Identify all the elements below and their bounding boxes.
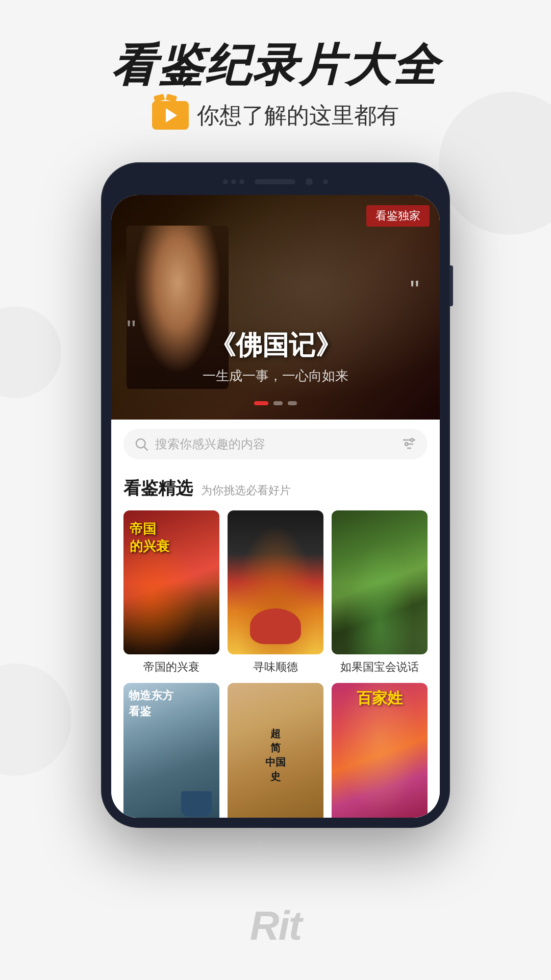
movie-poster-2 <box>228 510 323 654</box>
svg-point-6 <box>405 443 408 445</box>
movie-poster-1: 帝国的兴衰 <box>123 510 219 654</box>
carousel-dot-1[interactable] <box>254 401 268 405</box>
play-triangle-icon <box>166 108 177 122</box>
section-header: 看鉴精选 为你挑选必看好片 <box>123 469 428 510</box>
search-icon <box>134 436 149 452</box>
movie-grid: 帝国的兴衰 帝国的兴衰 寻味顺德 <box>123 510 428 818</box>
exclusive-badge: 看鉴独家 <box>366 205 430 227</box>
phone-sensors <box>223 179 244 184</box>
carousel-dot-3[interactable] <box>288 401 297 405</box>
movie-poster-5: 超简中国史 <box>228 683 323 818</box>
phone-top-bar <box>111 173 440 191</box>
main-title: 看鉴纪录片大全 <box>0 41 551 90</box>
phone-frame: 看鉴独家 " " 《佛国记》 一生成一事，一心向如来 搜 <box>102 163 449 827</box>
movie-item-1[interactable]: 帝国的兴衰 帝国的兴衰 <box>123 510 219 675</box>
movie-poster-3 <box>332 510 428 654</box>
poster-5-title: 超简中国史 <box>265 726 286 783</box>
phone-camera <box>306 178 313 185</box>
svg-point-0 <box>136 439 145 448</box>
monk-face <box>127 226 229 389</box>
sensor-dot-2 <box>231 179 236 184</box>
svg-point-5 <box>411 438 413 441</box>
poster-2-crab <box>250 608 301 644</box>
movie-label-3: 如果国宝会说话 <box>332 659 428 675</box>
poster-4-title: 物造东方看鉴 <box>129 688 214 720</box>
watermark-text: Rit <box>0 902 551 949</box>
bg-decoration-circle-2 <box>0 306 61 398</box>
phone-mockup: 看鉴独家 " " 《佛国记》 一生成一事，一心向如来 搜 <box>102 163 449 827</box>
search-bar[interactable]: 搜索你感兴趣的内容 <box>123 429 428 459</box>
search-section: 搜索你感兴趣的内容 <box>111 420 440 469</box>
filter-icon[interactable] <box>401 436 417 452</box>
video-icon <box>152 101 189 130</box>
phone-screen: 看鉴独家 " " 《佛国记》 一生成一事，一心向如来 搜 <box>111 195 440 818</box>
section-title: 看鉴精选 <box>123 477 193 500</box>
sensor-dot-4 <box>323 179 328 184</box>
hero-figure <box>127 226 229 389</box>
header-section: 看鉴纪录片大全 你想了解的这里都有 <box>0 41 551 131</box>
movie-item-5[interactable]: 超简中国史 超简中国史·... <box>228 683 323 818</box>
hero-movie-title: 《佛国记》 <box>111 328 440 363</box>
movie-label-1: 帝国的兴衰 <box>123 659 219 675</box>
subtitle-text: 你想了解的这里都有 <box>197 101 399 131</box>
phone-speaker <box>255 179 295 184</box>
sensor-dot-3 <box>239 179 244 184</box>
poster-6-badge: 百家姓 <box>337 688 422 709</box>
carousel-dot-2[interactable] <box>273 401 283 405</box>
movie-item-2[interactable]: 寻味顺德 <box>228 510 323 675</box>
movie-label-2: 寻味顺德 <box>228 659 323 675</box>
search-placeholder-text: 搜索你感兴趣的内容 <box>155 436 395 452</box>
quote-icon-bottom: " <box>410 277 419 303</box>
subtitle-row: 你想了解的这里都有 <box>0 101 551 131</box>
hero-banner[interactable]: 看鉴独家 " " 《佛国记》 一生成一事，一心向如来 <box>111 195 440 420</box>
phone-side-button <box>450 265 453 306</box>
movie-item-6[interactable]: 百家姓 百家姓·第一季 <box>332 683 428 818</box>
movie-item-4[interactable]: 物造东方看鉴 物造东方·第... <box>123 683 219 818</box>
content-section: 看鉴精选 为你挑选必看好片 帝国的兴衰 帝国的兴衰 <box>111 469 440 818</box>
hero-movie-subtitle: 一生成一事，一心向如来 <box>111 367 440 385</box>
movie-item-3[interactable]: 如果国宝会说话 <box>332 510 428 675</box>
svg-line-1 <box>144 447 148 451</box>
poster-4-decoration <box>181 791 212 817</box>
bg-decoration-circle-3 <box>0 664 71 776</box>
carousel-dots <box>111 401 440 405</box>
section-subtitle: 为你挑选必看好片 <box>201 483 291 498</box>
movie-poster-4: 物造东方看鉴 <box>123 683 219 818</box>
poster-1-title: 帝国的兴衰 <box>130 521 169 555</box>
sensor-dot-1 <box>223 179 228 184</box>
movie-poster-6: 百家姓 <box>332 683 428 818</box>
